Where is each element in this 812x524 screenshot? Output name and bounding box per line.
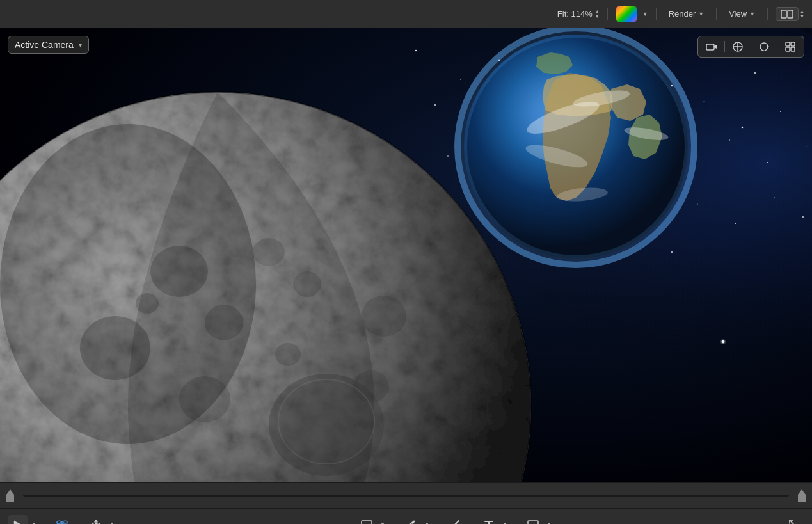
bottom-toolbar: ▼ ▼ xyxy=(0,508,812,524)
svg-point-23 xyxy=(742,127,744,129)
mask-dropdown-arrow[interactable]: ▼ xyxy=(378,515,387,525)
tool-sep-4 xyxy=(394,518,394,525)
window-arrows[interactable]: ▲ ▼ xyxy=(800,9,804,19)
brush-tool-group xyxy=(445,515,465,525)
render-chevron: ▼ xyxy=(698,11,704,17)
start-marker-icon xyxy=(6,489,14,502)
shape-icon xyxy=(527,520,539,525)
svg-point-43 xyxy=(671,251,673,253)
svg-point-39 xyxy=(735,223,736,224)
select-tool-button[interactable] xyxy=(8,515,28,525)
svg-point-62 xyxy=(0,124,256,444)
svg-point-6 xyxy=(415,50,417,51)
svg-line-92 xyxy=(451,521,459,525)
timeline-track[interactable] xyxy=(23,495,789,497)
timeline-bar xyxy=(0,482,812,508)
brush-icon xyxy=(449,519,461,525)
icon-sep-3 xyxy=(777,41,777,52)
camera-dropdown[interactable]: Active Camera ▾ xyxy=(8,36,89,54)
orbit-tool-group xyxy=(52,515,72,525)
icon-sep-2 xyxy=(751,41,751,52)
shape-dropdown-arrow[interactable]: ▼ xyxy=(545,515,553,525)
tool-sep-6 xyxy=(472,518,472,525)
bottom-center-tools: ▼ ▼ xyxy=(130,515,780,525)
camera-view-button[interactable] xyxy=(701,38,722,55)
space-scene xyxy=(0,28,812,482)
select-tool-group: ▼ xyxy=(8,515,38,525)
timeline-start-marker[interactable] xyxy=(5,488,15,504)
tool-sep-3 xyxy=(123,518,123,525)
svg-rect-78 xyxy=(786,42,790,46)
text-icon xyxy=(483,519,495,525)
end-marker-icon xyxy=(798,489,806,502)
pan-tool-button[interactable] xyxy=(86,515,106,525)
svg-rect-80 xyxy=(786,47,790,51)
svg-marker-84 xyxy=(14,521,21,525)
expand-tool-button[interactable] xyxy=(784,515,804,525)
color-picker-button[interactable] xyxy=(616,6,637,22)
svg-line-96 xyxy=(790,520,793,524)
svg-rect-1 xyxy=(788,10,793,18)
svg-point-25 xyxy=(447,155,449,157)
svg-marker-82 xyxy=(6,489,14,502)
rotate-button[interactable] xyxy=(754,38,774,55)
navigate-icon xyxy=(732,41,744,52)
color-picker-dropdown-arrow[interactable]: ▼ xyxy=(642,11,648,17)
orbit-icon xyxy=(56,518,68,525)
bottom-right-tools xyxy=(784,515,804,525)
separator-3 xyxy=(716,8,717,20)
render-label: Render xyxy=(669,9,696,19)
orbit-tool-button[interactable] xyxy=(52,515,72,525)
brush-tool-button[interactable] xyxy=(445,515,465,525)
pan-dropdown-arrow[interactable]: ▼ xyxy=(107,515,116,525)
mask-tool-button[interactable] xyxy=(356,515,377,525)
camera-label: Active Camera xyxy=(15,40,74,50)
view-dropdown[interactable]: View ▼ xyxy=(724,7,760,20)
svg-point-41 xyxy=(802,216,804,218)
svg-point-38 xyxy=(697,203,697,204)
fit-zoom-control[interactable]: Fit: 114% ▲ ▼ xyxy=(557,9,600,19)
rotate-icon xyxy=(758,41,770,52)
viewport-icons-group xyxy=(697,36,804,58)
navigate-button[interactable] xyxy=(728,38,748,55)
scene-svg xyxy=(0,28,812,482)
shape-tool-button[interactable] xyxy=(523,515,543,525)
tool-sep-2 xyxy=(79,518,79,525)
render-dropdown[interactable]: Render ▼ xyxy=(664,7,709,20)
expand-view-icon xyxy=(784,41,796,52)
pen-tool-group: ▼ xyxy=(401,515,431,525)
separator-2 xyxy=(656,8,657,20)
expand-view-button[interactable] xyxy=(780,38,800,55)
top-toolbar: Fit: 114% ▲ ▼ ▼ Render ▼ View ▼ ▲ ▼ xyxy=(0,0,812,28)
svg-point-46 xyxy=(722,340,724,343)
mask-icon xyxy=(361,520,372,525)
svg-point-16 xyxy=(434,104,436,106)
svg-point-7 xyxy=(460,79,461,80)
svg-rect-81 xyxy=(791,47,795,51)
select-icon xyxy=(13,520,23,525)
text-tool-group: ▼ xyxy=(479,515,509,525)
timeline-end-marker[interactable] xyxy=(797,488,807,504)
select-dropdown-arrow[interactable]: ▼ xyxy=(29,515,38,525)
camera-dropdown-chevron: ▾ xyxy=(79,42,82,49)
text-tool-button[interactable] xyxy=(479,515,499,525)
mask-tool-group: ▼ xyxy=(356,515,387,525)
svg-point-90 xyxy=(413,520,415,522)
svg-point-14 xyxy=(754,72,756,74)
text-dropdown-arrow[interactable]: ▼ xyxy=(500,515,509,525)
window-stepper[interactable]: ▲ ▼ xyxy=(776,7,804,21)
pen-tool-button[interactable] xyxy=(401,515,421,525)
svg-rect-94 xyxy=(528,521,538,525)
viewport-container: Active Camera ▾ xyxy=(0,28,812,482)
svg-rect-88 xyxy=(362,521,372,525)
svg-marker-83 xyxy=(798,489,806,502)
pen-dropdown-arrow[interactable]: ▼ xyxy=(422,515,431,525)
svg-marker-77 xyxy=(767,45,769,47)
window-layout-button[interactable] xyxy=(776,7,799,21)
tool-sep-5 xyxy=(438,518,438,525)
shape-tool-group: ▼ xyxy=(523,515,553,525)
svg-point-24 xyxy=(780,111,781,112)
zoom-stepper[interactable]: ▲ ▼ xyxy=(595,9,600,19)
svg-rect-0 xyxy=(781,10,786,18)
pen-icon xyxy=(405,519,417,525)
